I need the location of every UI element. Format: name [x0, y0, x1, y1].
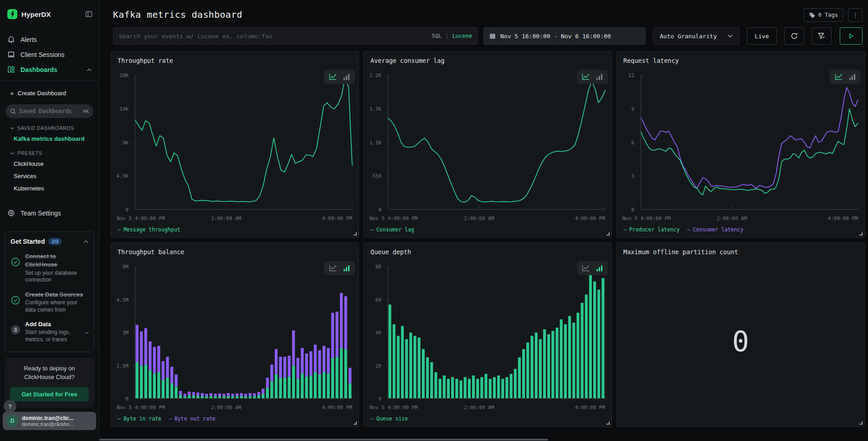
sidebar-item-kubernetes[interactable]: Kubernetes — [0, 182, 99, 195]
x-axis-labels: Nov 5 4:00:00 PM 2:00:00 AM 4:00:00 PM — [135, 215, 352, 222]
legend-item[interactable]: —Queue size — [370, 415, 408, 422]
chart-type-toggle[interactable] — [577, 261, 608, 275]
line-chart-icon[interactable] — [582, 265, 590, 272]
page-title: Kafka metrics dashboard — [113, 9, 863, 20]
legend-item[interactable]: —Byte in rate — [118, 415, 161, 422]
chart-type-toggle[interactable] — [324, 261, 355, 275]
line-chart-icon[interactable] — [329, 265, 337, 272]
y-tick-label: 60 — [375, 297, 381, 303]
chart-type-toggle[interactable] — [577, 70, 608, 84]
resize-handle[interactable] — [606, 421, 610, 425]
y-tick-label: 9K — [123, 139, 128, 145]
chevron-down-icon — [10, 127, 15, 130]
filter-button[interactable] — [812, 27, 832, 45]
horizontal-scrollbar[interactable] — [99, 439, 548, 441]
shortcut-badge: ⌘K — [83, 108, 89, 114]
search-placeholder: Search your events w/ Lucene ex. column:… — [119, 33, 272, 40]
y-tick-label: 0 — [631, 207, 634, 213]
legend-item[interactable]: —Producer latency — [623, 226, 680, 233]
sidebar-item-kafka-dashboard[interactable]: Kafka metrics dashboard — [0, 133, 99, 145]
legend-swatch: — — [623, 226, 627, 233]
chart-type-toggle[interactable] — [324, 70, 355, 84]
sidebar-nav: Alerts Client Sessions Dashboards — [0, 32, 99, 77]
date-range-picker[interactable]: Nov 5 16:00:00 - Nov 6 16:00:00 — [483, 27, 646, 45]
app-title: HyperDX — [21, 10, 51, 18]
legend-item[interactable]: —Message throughput — [118, 226, 180, 233]
sidebar-item-clickhouse[interactable]: ClickHouse — [0, 158, 99, 170]
legend-item[interactable]: —Byte out rate — [169, 415, 216, 422]
sidebar-item-team-settings[interactable]: Team Settings — [0, 205, 99, 221]
clickhouse-cloud-promo: Ready to deploy on ClickHouse Cloud? Get… — [5, 358, 94, 408]
sidebar-item-services[interactable]: Services — [0, 170, 99, 182]
bar-chart-icon[interactable] — [343, 265, 350, 272]
live-button[interactable]: Live — [747, 27, 777, 45]
y-tick-label: 14K — [119, 106, 128, 112]
sidebar-collapse-icon[interactable] — [85, 10, 92, 18]
avatar: D — [6, 415, 18, 427]
bar-chart-icon[interactable] — [596, 73, 603, 80]
chevron-up-icon[interactable] — [87, 66, 92, 73]
y-tick-label: 4.5K — [117, 173, 129, 179]
chart-canvas[interactable] — [135, 75, 352, 210]
sidebar-item-dashboards[interactable]: Dashboards — [0, 62, 99, 77]
granularity-select[interactable]: Auto Granularity — [653, 27, 740, 45]
arrow-right-icon: → — [83, 328, 90, 335]
legend-swatch: — — [370, 226, 374, 233]
sql-mode-toggle[interactable]: SQL — [432, 33, 442, 39]
get-started-free-button[interactable]: Get Started for Free — [10, 387, 89, 401]
sidebar-item-client-sessions[interactable]: Client Sessions — [0, 47, 99, 62]
kebab-menu-button[interactable]: ⋮ — [848, 8, 863, 22]
bar-chart-icon[interactable] — [596, 265, 603, 272]
resize-handle[interactable] — [354, 232, 357, 236]
chart-type-toggle[interactable] — [830, 70, 861, 84]
chevron-up-icon[interactable] — [83, 237, 88, 246]
tags-button[interactable]: 0 Tags — [804, 8, 843, 22]
y-tick-label: 0 — [125, 207, 128, 213]
create-dashboard-button[interactable]: + Create Dashboard — [0, 87, 99, 100]
date-range-value: Nov 5 16:00:00 - Nov 6 16:00:00 — [500, 33, 611, 40]
resize-handle[interactable] — [354, 421, 357, 425]
bar-chart-icon[interactable] — [343, 73, 350, 80]
refresh-button[interactable] — [784, 27, 804, 45]
legend-swatch: — — [370, 415, 374, 422]
y-tick-label: 1.7K — [370, 106, 382, 112]
chart-canvas[interactable] — [388, 267, 605, 399]
sidebar-item-alerts[interactable]: Alerts — [0, 32, 99, 47]
sidebar-item-label: Dashboards — [21, 66, 57, 73]
get-started-step[interactable]: 3 Add Data Start sending logs, metrics, … — [10, 320, 88, 343]
event-search-input[interactable]: Search your events w/ Lucene ex. column:… — [113, 27, 478, 45]
presets-section-header[interactable]: PRESETS — [0, 145, 99, 158]
bar-chart-icon[interactable] — [849, 73, 856, 80]
user-menu[interactable]: D dominic.tran@clic... dominic.tran@clic… — [3, 412, 96, 430]
help-button[interactable]: ? — [4, 400, 16, 413]
y-tick-label: 0 — [378, 207, 381, 213]
chart-canvas[interactable] — [388, 75, 605, 210]
get-started-step[interactable]: Create Data Sources Configure where your… — [10, 290, 88, 313]
plot-area: 806040200 Nov 5 4:00:00 PM 2:00:00 AM 4:… — [364, 243, 611, 426]
y-tick-label: 0 — [125, 396, 128, 402]
legend-item[interactable]: —Consumer lag — [370, 226, 414, 233]
chart-legend: —Queue size — [370, 415, 408, 422]
saved-dashboards-section-header[interactable]: SAVED DASHBOARDS — [0, 120, 99, 133]
chart-canvas[interactable] — [641, 75, 858, 210]
run-query-button[interactable] — [840, 27, 863, 45]
chevron-down-icon — [728, 34, 733, 38]
sidebar-item-label: Client Sessions — [21, 51, 65, 58]
lucene-mode-toggle[interactable]: Lucene — [452, 33, 472, 39]
legend-item[interactable]: —Consumer latency — [687, 226, 744, 233]
resize-handle[interactable] — [859, 421, 863, 425]
y-tick-label: 3M — [123, 330, 128, 336]
chart-canvas[interactable] — [135, 267, 352, 399]
chart-panel-throughput-balance: Throughput balance 6M4.5M3M1.5M0 Nov 5 4… — [111, 242, 359, 427]
get-started-step[interactable]: Connect to ClickHouse Set up your databa… — [10, 252, 88, 284]
line-chart-icon[interactable] — [582, 73, 590, 80]
saved-dashboards-search-input[interactable]: Saved Dashboards ⌘K — [5, 104, 93, 118]
resize-handle[interactable] — [606, 232, 610, 236]
line-chart-icon[interactable] — [835, 73, 842, 80]
y-axis-ticks: 2.2K1.7K1.1K5500 — [364, 75, 385, 210]
resize-handle[interactable] — [859, 232, 863, 236]
line-chart-icon[interactable] — [329, 73, 337, 80]
plot-area: 6M4.5M3M1.5M0 Nov 5 4:00:00 PM 2:00:00 A… — [111, 243, 359, 426]
tag-icon — [809, 12, 815, 18]
search-placeholder: Saved Dashboards — [19, 108, 80, 114]
